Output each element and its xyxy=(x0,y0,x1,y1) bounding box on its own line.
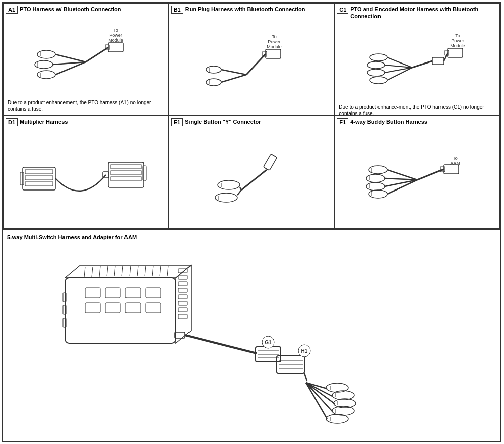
cell-c1-label: C1 PTO and Encoded Motor Harness with Bl… xyxy=(337,6,497,20)
svg-rect-96 xyxy=(178,295,187,299)
diagram-f1: To AAM xyxy=(337,129,497,226)
svg-line-20 xyxy=(246,54,266,75)
outer-border: A1 PTO Harness w/ Bluetooth Connection T… xyxy=(2,2,501,442)
svg-rect-32 xyxy=(432,57,444,65)
svg-line-6 xyxy=(55,54,86,62)
svg-rect-49 xyxy=(111,165,141,169)
svg-rect-18 xyxy=(266,49,281,58)
svg-line-91 xyxy=(167,266,168,276)
svg-line-84 xyxy=(114,266,115,276)
cell-c1: C1 PTO and Encoded Motor Harness with Bl… xyxy=(334,3,500,116)
svg-text:Power: Power xyxy=(268,39,281,44)
cell-b1: B1 Run Plug Harness with Bluetooth Conne… xyxy=(169,3,335,116)
svg-text:To: To xyxy=(114,28,119,33)
svg-rect-47 xyxy=(20,172,24,185)
svg-line-87 xyxy=(137,266,138,276)
svg-rect-46 xyxy=(25,182,53,186)
svg-rect-104 xyxy=(85,303,100,313)
svg-line-22 xyxy=(221,75,246,82)
svg-rect-102 xyxy=(125,288,141,298)
svg-line-86 xyxy=(130,266,131,276)
svg-point-39 xyxy=(370,54,387,61)
svg-line-58 xyxy=(240,187,241,190)
title-c1: PTO and Encoded Motor Harness with Bluet… xyxy=(350,6,497,20)
cell-b1-label: B1 Run Plug Harness with Bluetooth Conne… xyxy=(171,6,332,14)
bottom-title-bar: 5-way Multi-Switch Harness and Adapter f… xyxy=(7,234,496,241)
svg-rect-106 xyxy=(125,303,141,313)
cell-e1-label: E1 Single Button "Y" Connector xyxy=(171,118,332,126)
svg-rect-45 xyxy=(25,176,53,180)
svg-point-11 xyxy=(37,71,55,79)
svg-rect-44 xyxy=(25,170,53,174)
badge-b1: B1 xyxy=(171,6,183,14)
svg-point-9 xyxy=(37,50,55,58)
svg-line-82 xyxy=(99,266,100,277)
svg-rect-101 xyxy=(105,288,120,298)
svg-point-72 xyxy=(366,174,385,182)
svg-point-41 xyxy=(367,69,385,76)
svg-point-10 xyxy=(35,60,53,69)
svg-rect-100 xyxy=(85,288,100,298)
svg-line-125 xyxy=(304,373,307,381)
svg-rect-103 xyxy=(146,288,161,298)
top-grid: A1 PTO Harness w/ Bluetooth Connection T… xyxy=(3,3,500,230)
svg-rect-97 xyxy=(178,301,187,305)
svg-rect-94 xyxy=(178,282,187,286)
svg-rect-30 xyxy=(448,48,463,57)
svg-rect-51 xyxy=(111,177,141,181)
svg-line-34 xyxy=(412,61,432,68)
svg-line-33 xyxy=(444,53,448,61)
diagram-a1: To Power Module xyxy=(6,16,166,98)
svg-rect-99 xyxy=(178,314,187,319)
svg-rect-52 xyxy=(143,166,146,181)
cell-d1: D1 Multiplier Harness xyxy=(3,116,169,229)
svg-point-74 xyxy=(369,190,387,198)
svg-point-135 xyxy=(326,414,348,423)
cell-a1: A1 PTO Harness w/ Bluetooth Connection T… xyxy=(3,3,169,116)
diagram-b1: To Power Module xyxy=(171,16,332,113)
svg-rect-43 xyxy=(23,167,55,190)
bottom-diagram: G1 H1 xyxy=(7,245,496,431)
svg-point-71 xyxy=(369,166,387,174)
cell-f1: F1 4-way Buddy Button Harness To AAM xyxy=(334,116,500,229)
svg-line-90 xyxy=(160,266,161,276)
badge-c1: C1 xyxy=(337,6,348,14)
note-c1: Due to a product enhance-ment, the PTO h… xyxy=(337,103,497,116)
svg-point-23 xyxy=(206,66,221,73)
svg-text:Power: Power xyxy=(451,38,464,43)
cell-e1: E1 Single Button "Y" Connector xyxy=(169,116,335,229)
svg-text:To: To xyxy=(453,156,458,161)
title-b1: Run Plug Harness with Bluetooth Connecti… xyxy=(185,6,305,13)
svg-text:Module: Module xyxy=(109,38,124,43)
bottom-section: 5-way Multi-Switch Harness and Adapter f… xyxy=(3,230,500,441)
svg-line-66 xyxy=(417,169,444,180)
svg-point-24 xyxy=(206,79,221,86)
svg-rect-64 xyxy=(444,165,459,174)
svg-rect-98 xyxy=(178,308,187,312)
title-d1: Multiplier Harness xyxy=(20,118,68,125)
diagram-c1: To Power Module xyxy=(337,22,497,103)
cell-d1-label: D1 Multiplier Harness xyxy=(6,118,166,126)
svg-line-89 xyxy=(152,266,153,276)
svg-text:Module: Module xyxy=(450,43,465,48)
svg-text:To: To xyxy=(272,34,277,39)
badge-a1: A1 xyxy=(6,6,18,14)
svg-line-59 xyxy=(237,190,241,195)
badge-e1: E1 xyxy=(171,118,183,126)
diagram-e1 xyxy=(171,129,332,226)
svg-rect-54 xyxy=(263,154,277,171)
svg-point-40 xyxy=(367,61,385,69)
svg-text:Power: Power xyxy=(110,33,123,38)
title-e1: Single Button "Y" Connector xyxy=(185,118,261,125)
svg-line-81 xyxy=(92,267,93,277)
note-a1: Due to a product enhancement, the PTO ha… xyxy=(6,98,166,113)
svg-point-42 xyxy=(370,77,387,84)
svg-line-112 xyxy=(185,335,257,353)
diagram-d1 xyxy=(6,129,166,226)
cell-f1-label: F1 4-way Buddy Button Harness xyxy=(337,118,497,126)
svg-text:G1: G1 xyxy=(265,340,272,345)
title-f1: 4-way Buddy Button Harness xyxy=(350,118,427,125)
svg-rect-95 xyxy=(178,288,187,292)
svg-line-70 xyxy=(387,180,417,194)
svg-line-21 xyxy=(221,70,246,75)
